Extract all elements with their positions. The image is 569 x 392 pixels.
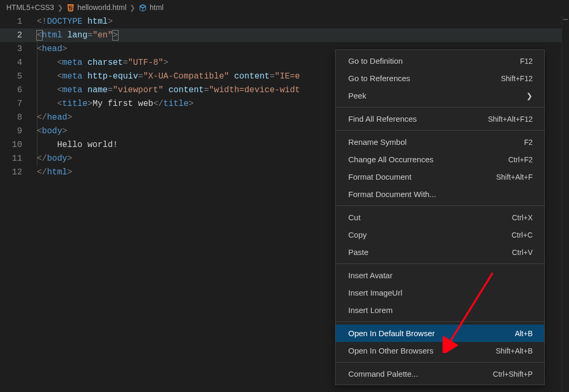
code-line[interactable]: 1<!DOCTYPE html>: [0, 15, 569, 28]
menu-separator: [336, 321, 544, 322]
chevron-right-icon: ❯: [526, 92, 533, 100]
chevron-right-icon: ❯: [57, 4, 63, 12]
line-number: 8: [0, 111, 26, 124]
breadcrumb-file[interactable]: helloworld.html: [66, 3, 126, 12]
menu-item[interactable]: Go to DefinitionF12: [336, 52, 544, 70]
menu-item[interactable]: Peek❯: [336, 87, 544, 104]
breadcrumb-symbol[interactable]: html: [139, 3, 163, 12]
code-content[interactable]: <body>: [26, 124, 67, 138]
breadcrumb-symbol-label: html: [150, 3, 163, 12]
menu-item-label: Command Palette...: [348, 369, 493, 378]
menu-separator: [336, 107, 544, 107]
menu-item[interactable]: Command Palette...Ctrl+Shift+P: [336, 365, 544, 383]
line-number: 3: [0, 42, 26, 56]
line-number: 2: [0, 28, 26, 42]
menu-item-label: Open In Other Browsers: [348, 346, 496, 355]
menu-item-shortcut: Ctrl+V: [512, 248, 533, 257]
line-number: 11: [0, 152, 26, 165]
menu-item[interactable]: Insert Lorem: [336, 301, 544, 319]
menu-item-shortcut: Shift+Alt+F: [496, 173, 533, 181]
breadcrumb[interactable]: HTML5+CSS3 ❯ helloworld.html ❯ html: [0, 0, 569, 15]
menu-item-shortcut: F2: [524, 138, 533, 146]
line-number: 6: [0, 83, 26, 97]
menu-item-label: Insert Lorem: [348, 306, 533, 315]
context-menu[interactable]: Go to DefinitionF12Go to ReferencesShift…: [335, 50, 545, 385]
menu-item-shortcut: Shift+F12: [501, 74, 533, 83]
line-number: 7: [0, 97, 26, 111]
menu-item-label: Go to References: [348, 74, 501, 83]
menu-item[interactable]: Format Document With...: [336, 185, 544, 203]
menu-separator: [336, 205, 544, 206]
menu-item[interactable]: Change All OccurrencesCtrl+F2: [336, 151, 544, 168]
menu-item-shortcut: F12: [520, 57, 533, 65]
menu-item-shortcut: Ctrl+X: [512, 213, 533, 222]
menu-item-shortcut: Alt+B: [515, 329, 533, 338]
menu-item[interactable]: Rename SymbolF2: [336, 133, 544, 151]
line-number: 9: [0, 124, 26, 138]
code-content[interactable]: <!DOCTYPE html>: [26, 15, 113, 28]
editor-scrollbar[interactable]: [562, 15, 569, 392]
menu-item-label: Copy: [348, 230, 512, 239]
menu-separator: [336, 362, 544, 362]
symbol-icon: [139, 3, 147, 12]
breadcrumb-file-label: helloworld.html: [77, 3, 126, 12]
code-line[interactable]: 2<html lang="en">: [0, 28, 569, 42]
menu-item-label: Insert ImageUrl: [348, 288, 533, 297]
menu-item[interactable]: Insert ImageUrl: [336, 284, 544, 301]
menu-separator: [336, 263, 544, 264]
chevron-right-icon: ❯: [130, 4, 135, 12]
menu-item-label: Open In Default Browser: [348, 329, 515, 338]
menu-item-label: Format Document With...: [348, 190, 533, 199]
html-file-icon: [66, 3, 75, 12]
menu-item[interactable]: Go to ReferencesShift+F12: [336, 70, 544, 87]
line-number: 1: [0, 15, 26, 28]
menu-item-shortcut: Shift+Alt+F12: [488, 115, 533, 123]
menu-item[interactable]: CutCtrl+X: [336, 209, 544, 226]
scrollbar-mark: [563, 19, 568, 20]
menu-item[interactable]: Open In Other BrowsersShift+Alt+B: [336, 342, 544, 359]
menu-item-label: Insert Avatar: [348, 271, 533, 280]
line-number: 5: [0, 70, 26, 83]
code-content[interactable]: </head>: [26, 111, 72, 124]
line-number: 12: [0, 165, 26, 179]
menu-item-label: Paste: [348, 248, 512, 257]
breadcrumb-folder-label: HTML5+CSS3: [6, 3, 54, 12]
code-content[interactable]: <meta name="viewport" content="width=dev…: [26, 83, 300, 97]
menu-item[interactable]: Format DocumentShift+Alt+F: [336, 168, 544, 185]
menu-item-label: Cut: [348, 213, 512, 222]
menu-item-label: Find All References: [348, 114, 488, 123]
menu-item-label: Format Document: [348, 172, 496, 181]
menu-item[interactable]: PasteCtrl+V: [336, 243, 544, 261]
menu-item-shortcut: Shift+Alt+B: [496, 347, 533, 355]
menu-item[interactable]: Find All ReferencesShift+Alt+F12: [336, 110, 544, 128]
menu-item-label: Rename Symbol: [348, 138, 524, 146]
breadcrumb-folder[interactable]: HTML5+CSS3: [6, 3, 54, 12]
menu-item-shortcut: Ctrl+F2: [508, 155, 533, 164]
menu-item-label: Change All Occurrences: [348, 155, 508, 164]
menu-separator: [336, 130, 544, 131]
menu-item-label: Go to Definition: [348, 56, 520, 65]
line-number: 10: [0, 138, 26, 152]
code-content[interactable]: <title>My first web</title>: [26, 97, 194, 111]
code-content[interactable]: <head>: [26, 42, 67, 56]
code-content[interactable]: Hello world!: [26, 138, 118, 152]
code-content[interactable]: <meta http-equiv="X-UA-Compatible" conte…: [26, 70, 300, 83]
code-content[interactable]: </body>: [26, 152, 72, 165]
code-content[interactable]: </html>: [26, 165, 72, 179]
code-content[interactable]: <meta charset="UTF-8">: [26, 56, 169, 70]
menu-item[interactable]: Insert Avatar: [336, 267, 544, 284]
line-number: 4: [0, 56, 26, 70]
menu-item[interactable]: CopyCtrl+C: [336, 226, 544, 243]
menu-item-label: Peek: [348, 91, 526, 100]
code-content[interactable]: <html lang="en">: [26, 28, 118, 42]
menu-item-shortcut: Ctrl+C: [512, 231, 533, 239]
menu-item[interactable]: Open In Default BrowserAlt+B: [336, 325, 544, 342]
menu-item-shortcut: Ctrl+Shift+P: [493, 370, 533, 378]
